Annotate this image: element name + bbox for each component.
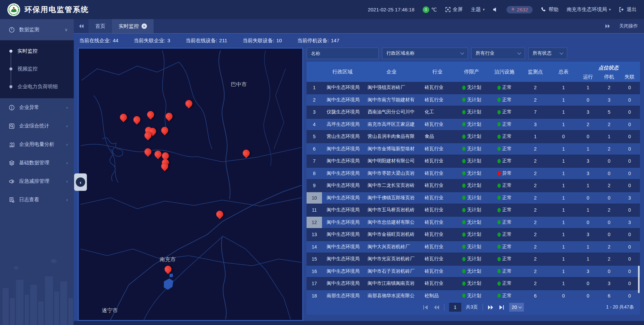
table-row[interactable]: 10 阆中生态环境局 阆中千佛镇五郎垭页岩 砖瓦行业 无计划 [307, 192, 640, 205]
table-row[interactable]: 8 阆中生态环境局 阆中市枣碧大梁山页岩 砖瓦行业 无计划 [307, 168, 640, 180]
cell-limit: 无计划 [455, 192, 488, 204]
chevron-left-icon: ‹ [80, 179, 82, 185]
status-dot [497, 86, 501, 90]
status-dot [462, 171, 466, 175]
cell-index: 14 [307, 241, 322, 253]
double-chevron-right-icon [605, 24, 610, 29]
status-select[interactable]: 所有状态 [528, 48, 567, 59]
sidebar-item-data-monitor[interactable]: 数据监测 ∨ [0, 19, 74, 40]
cell-meters: 1 [550, 266, 577, 277]
stat-item: 当前在线设备: 211 [185, 38, 227, 44]
status-dot [462, 245, 466, 249]
chevron-down-icon: ▾ [609, 7, 611, 12]
org-menu[interactable]: 南充市生态环境局 ▾ [567, 6, 611, 13]
table-row[interactable]: 14 阆中生态环境局 阆中大兴页岩机砖厂 砖瓦行业 无计划 [307, 241, 640, 254]
help-button[interactable]: 帮助 [541, 6, 558, 13]
status-dot [462, 122, 466, 126]
map-collapse-button[interactable]: ‹ [74, 173, 87, 191]
close-tab-icon[interactable]: ✕ [142, 23, 147, 29]
datetime: 2021-02-25 17:46:18 [368, 7, 414, 12]
status-dot [497, 134, 501, 139]
scroll-tabs-right-button[interactable] [600, 24, 615, 29]
logo-icon [7, 3, 20, 16]
cell-index: 12 [307, 217, 322, 228]
table-row[interactable]: 6 阆中生态环境局 阆中市金博瑞新型墙材 砖瓦行业 无计划 [307, 143, 640, 156]
table-row[interactable]: 2 阆中生态环境局 阆中市南方节能建材有 砖瓦行业 无计划 [307, 94, 640, 107]
sidebar-item-logs[interactable]: 日志查看 ‹ [0, 191, 74, 209]
status-dot [497, 269, 501, 273]
stat-item: 当前失联设备: 10 [243, 38, 282, 44]
next-page-button[interactable] [488, 305, 494, 310]
fullscreen-button[interactable]: 全屏 [445, 6, 463, 13]
scroll-tabs-left-button[interactable] [74, 19, 89, 33]
name-search-input[interactable] [307, 48, 379, 59]
page-number-input[interactable] [449, 303, 461, 312]
sidebar-subitem[interactable]: 视频监控 [0, 60, 74, 78]
region-select[interactable]: 行政区域名称 [382, 48, 468, 59]
cell-industry: 砖瓦行业 [420, 180, 455, 192]
close-operations-button[interactable]: 关闭操作 [619, 23, 638, 29]
logout-button[interactable]: 退出 [619, 6, 637, 13]
footer-strip [74, 321, 644, 325]
cell-lost: 0 [619, 106, 640, 118]
table-row[interactable]: 5 营山生态环境局 营山县润丰肉食品有限 食品 无计划 [307, 131, 640, 143]
cell-lost: 0 [619, 290, 640, 300]
last-page-icon [499, 305, 504, 310]
tab-realtime-monitor[interactable]: 实时监控 ✕ [112, 19, 154, 33]
notification-count[interactable]: 2632 [506, 6, 533, 13]
status-dot [497, 196, 501, 200]
cell-stop: 1 [599, 131, 619, 143]
sidebar-item-basic-data[interactable]: 基础数据管理 ‹ [0, 154, 74, 172]
table-row[interactable]: 13 阆中生态环境局 阆中市金福旺页岩机砖 砖瓦行业 无计划 [307, 229, 640, 241]
sidebar-subitem[interactable]: 实时监控 [0, 42, 74, 60]
sidebar-item-emergency[interactable]: 应急减排管理 ‹ [0, 172, 74, 191]
last-page-button[interactable] [498, 305, 504, 310]
sidebar-item-power-analysis[interactable]: 企业用电量分析 ‹ [0, 135, 74, 154]
cell-region: 阆中生态环境局 [322, 229, 363, 240]
map[interactable]: 巴中市 南充市 遂宁市 [79, 49, 302, 320]
cell-meters: 1 [550, 278, 577, 289]
cell-region: 高坪生态环境局 [322, 119, 363, 130]
cell-run: 1 [577, 241, 599, 253]
cell-index: 9 [307, 180, 322, 192]
table-row[interactable]: 1 阆中生态环境局 阆中强锐页岩砖厂 砖瓦行业 无计划 [307, 82, 640, 94]
tab-home[interactable]: 首页 [89, 19, 112, 33]
tab-bar: 首页 实时监控 ✕ 关闭操作 [74, 19, 644, 34]
table-row[interactable]: 9 阆中生态环境局 阆中市二龙长宝页岩砖 砖瓦行业 无计划 [307, 180, 640, 192]
first-page-icon [423, 305, 428, 310]
sound-icon[interactable] [493, 7, 498, 12]
table-row[interactable]: 7 阆中生态环境局 阆中明阳建材有限公司 砖瓦行业 无计划 [307, 155, 640, 168]
status-dot [462, 86, 466, 90]
status-dot [497, 232, 501, 237]
cell-facility: 异常 [488, 168, 521, 179]
cell-stop: 0 [599, 168, 619, 179]
cell-lost: 0 [619, 155, 640, 167]
table-row[interactable]: 12 阆中生态环境局 阆中市忠信建材有限公 砖瓦行业 无计划 [307, 217, 640, 229]
stat-value: 211 [219, 38, 227, 44]
status-dot [462, 134, 466, 139]
table-row[interactable]: 17 阆中生态环境局 阆中市江南镇阆南页岩 砖瓦行业 无计划 [307, 278, 640, 290]
sidebar-subitem[interactable]: 企业电力负荷明细 [0, 78, 74, 96]
status-dot [497, 98, 501, 102]
cell-meters: 1 [550, 253, 577, 265]
table-row[interactable]: 4 高坪生态环境局 南充市高坪区王家店建 砖瓦行业 无计划 [307, 119, 640, 131]
cell-limit: 无计划 [455, 241, 488, 253]
cell-region: 阆中生态环境局 [322, 94, 363, 106]
cell-facility: 正常 [488, 106, 521, 118]
table-row[interactable]: 3 仪陇生态环境局 西南油气田分公司川中 化工 无计划 [307, 106, 640, 119]
first-page-button[interactable] [423, 305, 429, 310]
table-row[interactable]: 11 阆中生态环境局 阆中市五马桥页岩机砖 砖瓦行业 无计划 [307, 204, 640, 217]
sidebar-item-enterprise-anomaly[interactable]: 企业异常 ‹ [0, 98, 74, 117]
double-chevron-left-icon [434, 305, 439, 310]
theme-menu[interactable]: 主题 ▾ [471, 6, 485, 13]
industry-select[interactable]: 所有行业 [471, 48, 525, 59]
prev-page-button[interactable] [433, 305, 439, 310]
table-row[interactable]: 16 阆中生态环境局 阆中市石子页岩机砖厂 砖瓦行业 无计划 [307, 266, 640, 278]
table-row[interactable]: 15 阆中生态环境局 阆中市光富页岩机砖厂 砖瓦行业 无计划 [307, 253, 640, 266]
sidebar-item-enterprise-stats[interactable]: 企业综合统计 ‹ [0, 117, 74, 135]
table-row[interactable]: 18 南部生态环境局 南部县驰华水泥有限公 砼制品 无计划 [307, 290, 640, 300]
page-size-select[interactable]: 20 [509, 303, 524, 312]
status-dot [497, 122, 501, 126]
scrollbar-thumb[interactable] [638, 266, 640, 293]
status-dot [462, 196, 466, 200]
